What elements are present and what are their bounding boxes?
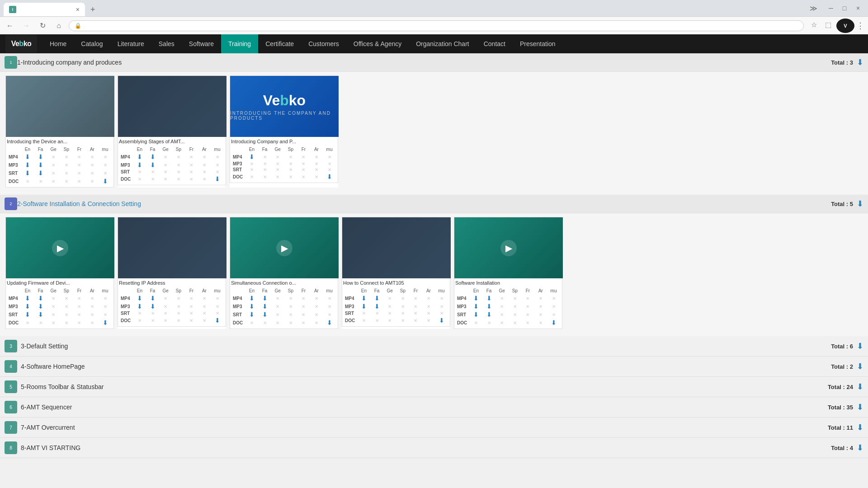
video-thumbnail[interactable]: ▶ bbox=[6, 217, 114, 278]
section-download-button-1[interactable]: ⬇ bbox=[857, 57, 863, 67]
download-icon[interactable]: ⬇ bbox=[486, 303, 492, 310]
download-icon[interactable]: ⬇ bbox=[38, 311, 43, 318]
collapsed-section-download-6[interactable]: ⬇ bbox=[857, 402, 863, 412]
nav-certificate[interactable]: Certificate bbox=[258, 34, 301, 53]
download-icon[interactable]: ⬇ bbox=[249, 153, 255, 160]
collapsed-section-6[interactable]: 66-AMT SequencerTotal : 35⬇ bbox=[0, 397, 868, 418]
nav-presentation[interactable]: Presentation bbox=[513, 34, 563, 53]
collapsed-section-icon-5: 5 bbox=[5, 380, 17, 393]
download-icon[interactable]: ⬇ bbox=[25, 153, 30, 160]
nav-sales[interactable]: Sales bbox=[151, 34, 182, 53]
nav-contact[interactable]: Contact bbox=[476, 34, 513, 53]
refresh-button[interactable]: ↻ bbox=[36, 19, 49, 32]
download-icon[interactable]: ⬇ bbox=[25, 295, 30, 302]
download-icon[interactable]: ⬇ bbox=[473, 295, 479, 302]
download-icon[interactable]: ⬇ bbox=[249, 311, 255, 318]
download-icon[interactable]: ⬇ bbox=[25, 169, 30, 177]
nav-training[interactable]: Training bbox=[221, 34, 258, 53]
download-icon[interactable]: ⬇ bbox=[38, 295, 43, 302]
collapsed-section-3[interactable]: 33-Default SettingTotal : 6⬇ bbox=[0, 336, 868, 357]
back-button[interactable]: ← bbox=[4, 19, 16, 32]
unavailable-indicator: ✕ bbox=[52, 155, 55, 160]
download-icon[interactable]: ⬇ bbox=[150, 153, 156, 160]
download-icon[interactable]: ⬇ bbox=[38, 161, 43, 169]
bookmark-button[interactable]: ☆ bbox=[807, 19, 820, 31]
nav-software[interactable]: Software bbox=[182, 34, 221, 53]
collapsed-section-8[interactable]: 88-AMT VI STARTINGTotal : 4⬇ bbox=[0, 438, 868, 458]
download-icon[interactable]: ⬇ bbox=[473, 303, 479, 310]
collapsed-section-download-5[interactable]: ⬇ bbox=[857, 382, 863, 392]
download-icon[interactable]: ⬇ bbox=[150, 295, 156, 302]
download-icon[interactable]: ⬇ bbox=[25, 303, 30, 310]
download-icon[interactable]: ⬇ bbox=[361, 303, 367, 310]
nav-customers[interactable]: Customers bbox=[301, 34, 346, 53]
section-download-button-2[interactable]: ⬇ bbox=[857, 199, 863, 209]
download-icon[interactable]: ⬇ bbox=[38, 169, 43, 177]
video-thumbnail[interactable]: ▶ bbox=[230, 217, 339, 278]
download-icon[interactable]: ⬇ bbox=[137, 153, 142, 160]
download-icon[interactable]: ⬇ bbox=[249, 303, 255, 310]
download-icon[interactable]: ⬇ bbox=[150, 161, 156, 169]
download-icon[interactable]: ⬇ bbox=[262, 311, 268, 318]
collapsed-section-download-4[interactable]: ⬇ bbox=[857, 361, 863, 371]
download-icon[interactable]: ⬇ bbox=[137, 295, 142, 302]
download-icon[interactable]: ⬇ bbox=[473, 311, 479, 318]
forward-button[interactable]: → bbox=[20, 19, 33, 32]
collapsed-section-4[interactable]: 44-Software HomePageTotal : 2⬇ bbox=[0, 357, 868, 377]
download-icon[interactable]: ⬇ bbox=[215, 175, 220, 183]
download-icon[interactable]: ⬇ bbox=[25, 311, 30, 318]
nav-literature[interactable]: Literature bbox=[110, 34, 151, 53]
download-icon[interactable]: ⬇ bbox=[38, 153, 43, 160]
video-thumbnail[interactable] bbox=[6, 76, 114, 137]
video-thumbnail[interactable] bbox=[118, 76, 226, 137]
download-icon[interactable]: ⬇ bbox=[327, 319, 332, 326]
download-icon[interactable]: ⬇ bbox=[374, 295, 380, 302]
close-button[interactable]: × bbox=[852, 2, 864, 14]
video-grid-2: ▶ Updating Firmware of Devi...EnFaGeSpFr… bbox=[0, 213, 868, 336]
profile-button[interactable]: V bbox=[836, 19, 854, 33]
section-title-link-2[interactable]: 2-Software Installation & Connection Set… bbox=[17, 200, 141, 207]
home-button[interactable]: ⌂ bbox=[52, 19, 65, 32]
download-icon[interactable]: ⬇ bbox=[361, 295, 367, 302]
collapsed-section-download-8[interactable]: ⬇ bbox=[857, 443, 863, 453]
browser-menu-button[interactable]: ⋮ bbox=[856, 19, 864, 33]
download-icon[interactable]: ⬇ bbox=[327, 173, 332, 180]
collapsed-section-5[interactable]: 55-Rooms Toolbar & StatusbarTotal : 24⬇ bbox=[0, 377, 868, 397]
new-tab-button[interactable]: + bbox=[85, 3, 166, 16]
tab-overflow-chevron[interactable]: ≫ bbox=[810, 4, 817, 13]
download-icon[interactable]: ⬇ bbox=[374, 303, 380, 310]
nav-orgchart[interactable]: Organization Chart bbox=[409, 34, 476, 53]
tab-close-button[interactable]: × bbox=[76, 6, 80, 13]
video-thumbnail[interactable] bbox=[118, 217, 226, 278]
collapsed-section-download-3[interactable]: ⬇ bbox=[857, 341, 863, 351]
download-icon[interactable]: ⬇ bbox=[249, 295, 255, 302]
nav-catalog[interactable]: Catalog bbox=[74, 34, 110, 53]
maximize-button[interactable]: □ bbox=[838, 2, 851, 14]
download-icon[interactable]: ⬇ bbox=[137, 161, 142, 169]
active-tab[interactable]: I × bbox=[4, 3, 85, 16]
download-icon[interactable]: ⬇ bbox=[262, 303, 268, 310]
download-icon[interactable]: ⬇ bbox=[262, 295, 268, 302]
download-icon[interactable]: ⬇ bbox=[551, 319, 557, 326]
extension-button[interactable]: ⬚ bbox=[822, 19, 835, 31]
download-icon[interactable]: ⬇ bbox=[150, 303, 156, 310]
download-icon[interactable]: ⬇ bbox=[103, 319, 108, 326]
nav-home[interactable]: Home bbox=[42, 34, 74, 53]
video-thumbnail[interactable] bbox=[342, 217, 451, 278]
collapsed-section-7[interactable]: 77-AMT OvercurrentTotal : 11⬇ bbox=[0, 418, 868, 438]
video-thumbnail[interactable]: Vebko INTRODUCING THE COMPANY AND PRODUC… bbox=[230, 76, 339, 137]
minimize-button[interactable]: ─ bbox=[825, 2, 837, 14]
download-icon[interactable]: ⬇ bbox=[215, 317, 220, 324]
nav-offices[interactable]: Offices & Agency bbox=[346, 34, 409, 53]
url-bar[interactable]: 🔒 bbox=[69, 20, 804, 31]
download-icon[interactable]: ⬇ bbox=[38, 303, 43, 310]
collapsed-section-download-7[interactable]: ⬇ bbox=[857, 422, 863, 432]
download-icon[interactable]: ⬇ bbox=[25, 161, 30, 169]
download-icon[interactable]: ⬇ bbox=[486, 295, 492, 302]
unavailable-indicator: ✕ bbox=[276, 167, 279, 172]
download-icon[interactable]: ⬇ bbox=[486, 311, 492, 318]
download-icon[interactable]: ⬇ bbox=[103, 178, 108, 185]
download-icon[interactable]: ⬇ bbox=[439, 317, 444, 324]
video-thumbnail[interactable]: ▶ bbox=[454, 217, 563, 278]
download-icon[interactable]: ⬇ bbox=[137, 303, 142, 310]
